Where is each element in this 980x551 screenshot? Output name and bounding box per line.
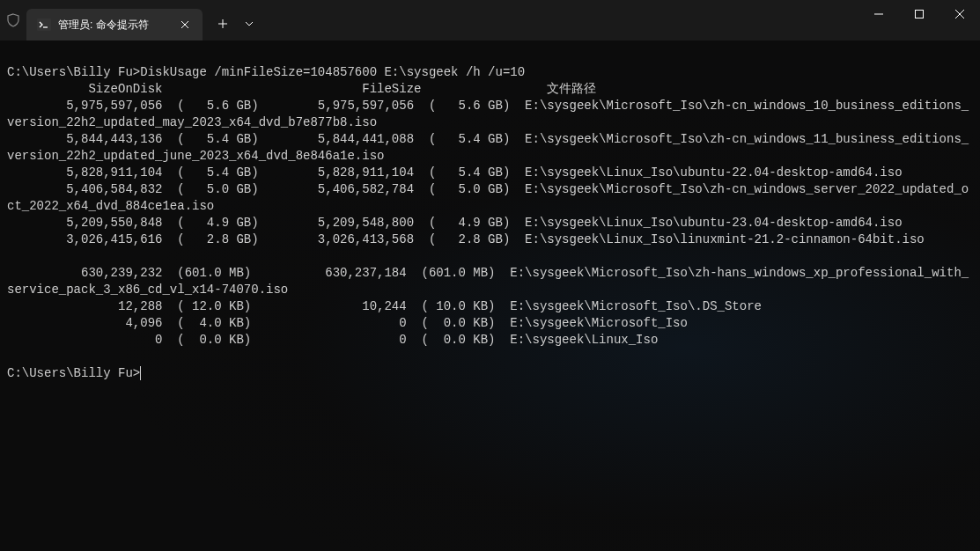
tab-command-prompt[interactable]: 管理员: 命令提示符 [26,9,203,40]
window-controls [858,0,980,40]
close-tab-button[interactable] [178,18,192,32]
tab-dropdown-button[interactable] [236,11,262,37]
terminal-output[interactable]: C:\Users\Billy Fu>DiskUsage /minFileSize… [0,40,980,389]
cursor [140,366,141,380]
close-window-button[interactable] [939,0,980,28]
tab-title: 管理员: 命令提示符 [58,18,171,33]
cmd-icon [37,18,51,32]
new-tab-button[interactable] [210,11,236,37]
svg-rect-7 [916,11,924,18]
maximize-button[interactable] [899,0,939,28]
titlebar-left: 管理员: 命令提示符 [0,0,262,40]
minimize-button[interactable] [858,0,899,28]
svg-rect-0 [37,18,51,31]
titlebar: 管理员: 命令提示符 [0,0,980,40]
shield-icon [0,0,26,40]
